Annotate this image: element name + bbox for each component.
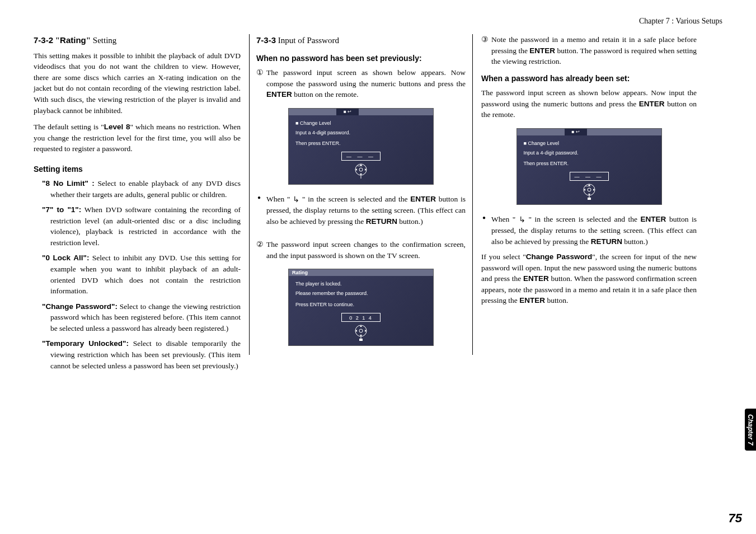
svg-rect-6 — [359, 339, 363, 341]
text: The password input screen as shown below… — [266, 68, 466, 88]
item-label: "8 No Limit" : — [42, 179, 95, 188]
return-arrow-icon: ↲ — [293, 194, 299, 205]
setting-item: "7" to "1": When DVD software containing… — [34, 204, 241, 248]
section-suffix: Input of Password — [276, 36, 339, 45]
text: When " — [266, 195, 293, 203]
item-label: "7" to "1": — [42, 205, 81, 214]
osd-header: ■ ↩ — [289, 109, 433, 115]
column-3: Note the password in a memo and retain i… — [473, 34, 697, 312]
svg-point-4 — [359, 329, 363, 332]
text: button. — [545, 296, 568, 305]
osd-line: Input a 4-digit password. — [524, 149, 655, 157]
osd-header: Rating — [289, 269, 433, 276]
chapter-header: Chapter 7 : Various Setups — [34, 17, 734, 26]
quote-close: " — [86, 36, 91, 45]
bullet-item: When " ↲ " in the screen is selected and… — [481, 214, 697, 247]
item-label: "Change Password": — [42, 302, 118, 311]
setting-item: "8 No Limit" : Select to enable playback… — [34, 178, 241, 200]
osd-input-field: 0 2 1 4 — [341, 313, 381, 322]
section-num: 7-3-3 — [256, 35, 276, 45]
text: The default setting is " — [34, 123, 104, 131]
numbered-item-2: The password input screen changes to the… — [256, 239, 466, 261]
text: " in the screen is selected and the — [525, 215, 641, 223]
text: button on the remote. — [292, 90, 359, 99]
osd-line: Please remember the password. — [295, 290, 426, 297]
subheading: When a password has already been set: — [481, 73, 697, 84]
setting-item: "Temporary Unlocked": Select to disable … — [34, 338, 241, 371]
content-columns: 7-3-2 "Rating" Setting This setting make… — [34, 34, 734, 376]
section-quoted: Rating — [60, 35, 86, 45]
bold-text: Level 8 — [104, 123, 130, 131]
osd-screen-locked: Rating The player is locked. Please reme… — [288, 269, 434, 345]
bold-text: ENTER — [639, 100, 665, 108]
text: The password input screen changes to the… — [266, 240, 466, 260]
osd-line: The player is locked. — [295, 280, 426, 288]
osd-input-field: — — — — — [341, 152, 381, 161]
section-suffix: Setting — [91, 36, 116, 45]
bold-text: ENTER — [529, 46, 555, 55]
section-title-password: 7-3-3 Input of Password — [256, 34, 466, 47]
text: button.) — [622, 237, 648, 246]
osd-body: The player is locked. Please remember th… — [289, 276, 433, 345]
item-label: "Temporary Unlocked": — [42, 339, 129, 348]
bold-text: ENTER — [266, 90, 292, 99]
bold-text: ENTER — [523, 274, 549, 283]
column-1: 7-3-2 "Rating" Setting This setting make… — [34, 34, 249, 376]
osd-header: ■ ↩ — [517, 129, 661, 135]
paragraph: The password input screen as shown below… — [481, 87, 697, 120]
osd-tab: ■ ↩ — [565, 129, 587, 135]
bold-text: ENTER — [410, 195, 436, 203]
section-title-rating: 7-3-2 "Rating" Setting — [34, 34, 241, 47]
subheading: When no password has been set previously… — [256, 53, 466, 64]
chapter-side-tab: Chapter 7 — [745, 409, 756, 451]
setting-item: "0 Lock All": Select to inhibit any DVD.… — [34, 252, 241, 296]
osd-line: Then press ENTER. — [295, 140, 426, 147]
bold-text: RETURN — [366, 217, 397, 226]
svg-point-1 — [359, 168, 363, 171]
paragraph: This setting makes it possible to inhibi… — [34, 50, 241, 116]
osd-input-field: — — — — — [570, 172, 609, 181]
nav-dial-icon — [354, 163, 368, 176]
quote-open: " — [55, 36, 60, 45]
osd-body: ■ Change Level Input a 4-digit password.… — [517, 135, 661, 204]
text: button.) — [397, 217, 423, 226]
text: " in the screen is selected and the — [299, 195, 410, 203]
column-2: 7-3-3 Input of Password When no password… — [249, 34, 473, 355]
numbered-item-1: The password input screen as shown below… — [256, 67, 466, 100]
setting-item: "Change Password": Select to change the … — [34, 301, 241, 334]
item-label: "0 Lock All": — [42, 254, 89, 262]
section-num: 7-3-2 — [34, 35, 53, 45]
osd-screen-password-input: ■ ↩ ■ Change Level Input a 4-digit passw… — [516, 128, 662, 205]
setting-items-heading: Setting items — [34, 163, 241, 175]
osd-tab: ■ ↩ — [336, 109, 359, 115]
bold-text: RETURN — [591, 237, 622, 246]
nav-dial-icon — [354, 324, 368, 338]
bullet-item: When " ↲ " in the screen is selected and… — [256, 194, 466, 227]
svg-rect-10 — [588, 198, 591, 200]
nav-dial-icon — [583, 183, 596, 196]
osd-line: Then press ENTER. — [524, 160, 655, 167]
paragraph: The default setting is "Level 8" which m… — [34, 121, 241, 154]
paragraph: If you select "Change Password", the scr… — [481, 251, 697, 306]
bold-text: ENTER — [519, 296, 545, 305]
bold-text: ENTER — [641, 215, 666, 223]
text: When " — [491, 215, 519, 223]
osd-line: Input a 4-digit password. — [295, 129, 426, 137]
osd-body: ■ Change Level Input a 4-digit password.… — [289, 115, 433, 184]
osd-line: Press ENTER to continue. — [295, 301, 426, 308]
osd-screen-password-input: ■ ↩ ■ Change Level Input a 4-digit passw… — [288, 108, 434, 185]
osd-line: ■ Change Level — [295, 120, 426, 127]
osd-line: ■ Change Level — [524, 140, 655, 147]
return-arrow-icon: ↲ — [519, 214, 525, 226]
svg-point-8 — [588, 188, 591, 191]
numbered-item-3: Note the password in a memo and retain i… — [481, 34, 697, 67]
text: If you select " — [481, 252, 526, 261]
page-number: 75 — [729, 511, 742, 526]
bold-text: Change Password — [526, 252, 592, 261]
osd-title: Rating — [292, 269, 308, 276]
